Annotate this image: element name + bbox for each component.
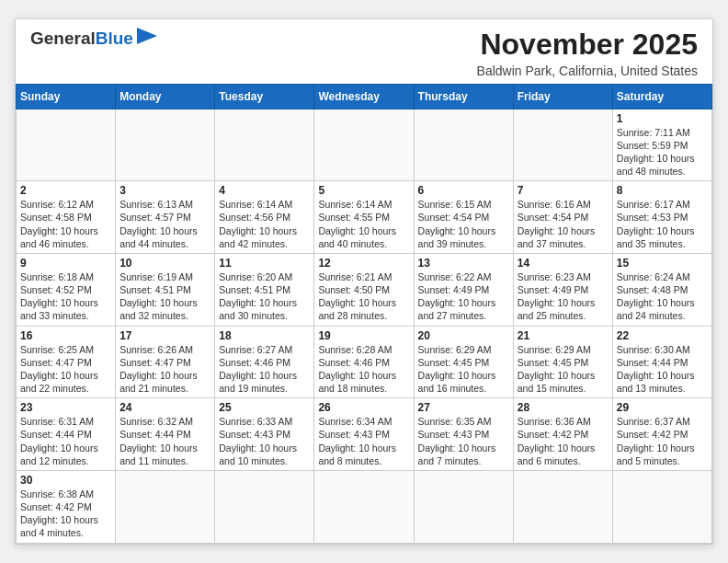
day-number: 8 [617, 184, 708, 197]
day-number: 4 [219, 184, 310, 197]
day-info: Sunrise: 6:28 AM Sunset: 4:46 PM Dayligh… [318, 343, 409, 396]
day-info: Sunrise: 6:34 AM Sunset: 4:43 PM Dayligh… [318, 415, 409, 467]
day-number: 24 [119, 401, 210, 414]
calendar-day-cell: 7Sunrise: 6:16 AM Sunset: 4:54 PM Daylig… [513, 181, 612, 254]
day-number: 17 [119, 329, 210, 342]
day-number: 9 [20, 257, 111, 270]
calendar-day-cell [414, 109, 513, 181]
calendar-day-cell: 8Sunrise: 6:17 AM Sunset: 4:53 PM Daylig… [612, 181, 711, 254]
day-info: Sunrise: 6:18 AM Sunset: 4:52 PM Dayligh… [20, 270, 111, 323]
calendar-day-cell [116, 109, 215, 181]
day-info: Sunrise: 6:30 AM Sunset: 4:44 PM Dayligh… [617, 343, 708, 396]
day-info: Sunrise: 6:25 AM Sunset: 4:47 PM Dayligh… [20, 343, 111, 396]
day-info: Sunrise: 6:24 AM Sunset: 4:48 PM Dayligh… [617, 270, 708, 323]
day-number: 26 [318, 401, 409, 414]
day-info: Sunrise: 6:16 AM Sunset: 4:54 PM Dayligh… [518, 198, 609, 250]
day-info: Sunrise: 6:23 AM Sunset: 4:49 PM Dayligh… [518, 270, 609, 323]
weekday-header: Monday [116, 84, 215, 109]
day-number: 13 [418, 257, 509, 270]
logo-text1: General [30, 29, 96, 49]
calendar-day-cell [17, 109, 116, 181]
day-number: 19 [318, 329, 409, 342]
calendar-day-cell: 18Sunrise: 6:27 AM Sunset: 4:46 PM Dayli… [215, 326, 314, 398]
calendar-day-cell: 4Sunrise: 6:14 AM Sunset: 4:56 PM Daylig… [215, 181, 314, 254]
day-info: Sunrise: 6:29 AM Sunset: 4:45 PM Dayligh… [518, 343, 609, 396]
day-info: Sunrise: 6:20 AM Sunset: 4:51 PM Dayligh… [219, 270, 310, 323]
calendar-body: 1Sunrise: 7:11 AM Sunset: 5:59 PM Daylig… [17, 109, 712, 543]
location-title: Baldwin Park, California, United States [477, 63, 698, 78]
calendar-week-row: 23Sunrise: 6:31 AM Sunset: 4:44 PM Dayli… [17, 398, 712, 471]
day-number: 6 [418, 184, 509, 197]
calendar-day-cell: 5Sunrise: 6:14 AM Sunset: 4:55 PM Daylig… [314, 181, 414, 254]
day-info: Sunrise: 6:35 AM Sunset: 4:43 PM Dayligh… [418, 415, 509, 467]
calendar-day-cell: 19Sunrise: 6:28 AM Sunset: 4:46 PM Dayli… [314, 326, 414, 398]
day-number: 21 [518, 329, 609, 342]
logo-icon [137, 28, 157, 48]
calendar-day-cell: 17Sunrise: 6:26 AM Sunset: 4:47 PM Dayli… [116, 326, 215, 398]
calendar-day-cell: 29Sunrise: 6:37 AM Sunset: 4:42 PM Dayli… [612, 398, 711, 471]
calendar-week-row: 16Sunrise: 6:25 AM Sunset: 4:47 PM Dayli… [17, 326, 712, 398]
calendar-day-cell [414, 470, 513, 543]
day-number: 23 [20, 401, 111, 414]
weekday-header: Friday [513, 84, 612, 109]
day-info: Sunrise: 6:37 AM Sunset: 4:42 PM Dayligh… [617, 415, 708, 467]
weekday-header: Saturday [612, 84, 711, 109]
calendar-week-row: 1Sunrise: 7:11 AM Sunset: 5:59 PM Daylig… [17, 109, 712, 181]
calendar-day-cell [612, 470, 711, 543]
day-number: 7 [518, 184, 609, 197]
calendar-day-cell [513, 109, 612, 181]
calendar-day-cell: 14Sunrise: 6:23 AM Sunset: 4:49 PM Dayli… [513, 253, 612, 326]
calendar-day-cell: 26Sunrise: 6:34 AM Sunset: 4:43 PM Dayli… [314, 398, 414, 471]
day-number: 1 [617, 112, 708, 125]
calendar-day-cell: 1Sunrise: 7:11 AM Sunset: 5:59 PM Daylig… [612, 109, 711, 181]
day-info: Sunrise: 6:33 AM Sunset: 4:43 PM Dayligh… [219, 415, 310, 467]
day-info: Sunrise: 6:31 AM Sunset: 4:44 PM Dayligh… [20, 415, 111, 467]
calendar-header-row: SundayMondayTuesdayWednesdayThursdayFrid… [17, 84, 712, 109]
calendar-day-cell: 27Sunrise: 6:35 AM Sunset: 4:43 PM Dayli… [414, 398, 513, 471]
calendar-day-cell [215, 109, 314, 181]
calendar-day-cell: 12Sunrise: 6:21 AM Sunset: 4:50 PM Dayli… [314, 253, 414, 326]
calendar-day-cell: 16Sunrise: 6:25 AM Sunset: 4:47 PM Dayli… [17, 326, 116, 398]
logo: General Blue [30, 29, 157, 49]
calendar-day-cell: 6Sunrise: 6:15 AM Sunset: 4:54 PM Daylig… [414, 181, 513, 254]
weekday-header: Sunday [17, 84, 116, 109]
month-title: November 2025 [477, 29, 698, 61]
calendar-day-cell: 24Sunrise: 6:32 AM Sunset: 4:44 PM Dayli… [116, 398, 215, 471]
day-number: 18 [219, 329, 310, 342]
day-info: Sunrise: 6:14 AM Sunset: 4:55 PM Dayligh… [318, 198, 409, 250]
calendar-day-cell: 2Sunrise: 6:12 AM Sunset: 4:58 PM Daylig… [17, 181, 116, 254]
day-number: 30 [20, 474, 111, 487]
day-info: Sunrise: 6:27 AM Sunset: 4:46 PM Dayligh… [219, 343, 310, 396]
calendar-day-cell: 23Sunrise: 6:31 AM Sunset: 4:44 PM Dayli… [17, 398, 116, 471]
calendar-day-cell: 25Sunrise: 6:33 AM Sunset: 4:43 PM Dayli… [215, 398, 314, 471]
calendar-day-cell [314, 470, 414, 543]
day-info: Sunrise: 6:14 AM Sunset: 4:56 PM Dayligh… [219, 198, 310, 250]
calendar-day-cell: 22Sunrise: 6:30 AM Sunset: 4:44 PM Dayli… [612, 326, 711, 398]
day-info: Sunrise: 6:17 AM Sunset: 4:53 PM Dayligh… [617, 198, 708, 250]
day-number: 14 [518, 257, 609, 270]
day-number: 12 [318, 257, 409, 270]
day-number: 25 [219, 401, 310, 414]
calendar-day-cell: 3Sunrise: 6:13 AM Sunset: 4:57 PM Daylig… [116, 181, 215, 254]
calendar-table: SundayMondayTuesdayWednesdayThursdayFrid… [16, 84, 712, 544]
day-info: Sunrise: 7:11 AM Sunset: 5:59 PM Dayligh… [617, 126, 708, 178]
logo-text2: Blue [96, 29, 133, 49]
day-info: Sunrise: 6:29 AM Sunset: 4:45 PM Dayligh… [418, 343, 509, 396]
calendar-header: General Blue November 2025 Baldwin Park,… [16, 19, 712, 83]
day-info: Sunrise: 6:32 AM Sunset: 4:44 PM Dayligh… [119, 415, 210, 467]
day-number: 2 [20, 184, 111, 197]
day-number: 16 [20, 329, 111, 342]
day-number: 11 [219, 257, 310, 270]
day-info: Sunrise: 6:12 AM Sunset: 4:58 PM Dayligh… [20, 198, 111, 250]
day-number: 22 [617, 329, 708, 342]
calendar-day-cell [314, 109, 414, 181]
weekday-header: Thursday [414, 84, 513, 109]
calendar-day-cell: 21Sunrise: 6:29 AM Sunset: 4:45 PM Dayli… [513, 326, 612, 398]
day-info: Sunrise: 6:13 AM Sunset: 4:57 PM Dayligh… [119, 198, 210, 250]
day-info: Sunrise: 6:38 AM Sunset: 4:42 PM Dayligh… [20, 488, 111, 540]
day-info: Sunrise: 6:26 AM Sunset: 4:47 PM Dayligh… [119, 343, 210, 396]
calendar-day-cell: 30Sunrise: 6:38 AM Sunset: 4:42 PM Dayli… [17, 470, 116, 543]
day-info: Sunrise: 6:22 AM Sunset: 4:49 PM Dayligh… [418, 270, 509, 323]
calendar-container: General Blue November 2025 Baldwin Park,… [15, 18, 713, 544]
day-number: 15 [617, 257, 708, 270]
